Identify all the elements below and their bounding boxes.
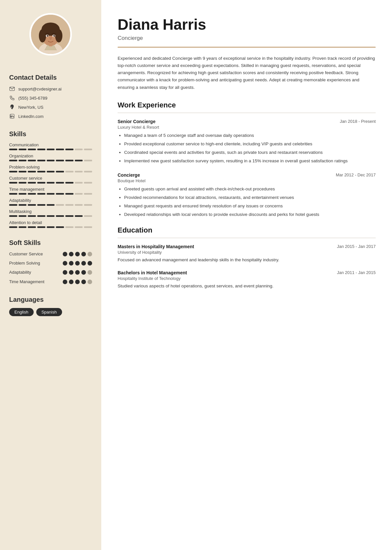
education-divider	[118, 238, 376, 238]
skill-bar-segment	[37, 160, 45, 161]
skill-bar-segment	[47, 215, 55, 217]
skill-bar-segment	[47, 182, 55, 184]
skill-bar-segment	[19, 171, 27, 172]
skill-bar-segment	[75, 160, 83, 161]
edu-header: Bachelors in Hotel ManagementJan 2011 - …	[118, 270, 376, 275]
skill-bar-segment	[28, 149, 36, 150]
skill-dot	[81, 270, 86, 275]
skill-dot	[81, 261, 86, 266]
contact-icon-location	[9, 104, 15, 110]
skill-dot	[63, 252, 67, 256]
skill-bar-segment	[28, 204, 36, 206]
skill-bar	[9, 182, 92, 184]
svg-rect-16	[10, 116, 11, 118]
skill-bar-segment	[47, 149, 55, 150]
skill-dot	[81, 252, 86, 256]
svg-point-11	[53, 35, 55, 37]
edu-degree: Masters in Hospitality Management	[118, 244, 194, 249]
svg-rect-7	[41, 28, 59, 32]
skill-dot	[88, 252, 92, 256]
contact-item: NewYork, US	[9, 104, 61, 110]
main-content: Diana Harris Concierge Experienced and d…	[101, 0, 392, 550]
skill-bar-segment	[37, 215, 45, 217]
skill-bar-segment	[84, 171, 92, 172]
skill-bar-segment	[19, 182, 27, 184]
skill-item: Multitasking	[9, 209, 92, 217]
skill-item: Communication	[9, 142, 92, 150]
svg-point-10	[47, 35, 49, 37]
skill-bar-segment	[75, 226, 83, 228]
edu-date: Jan 2015 - Jan 2017	[337, 244, 376, 249]
edu-description: Studied various aspects of hotel operati…	[118, 283, 376, 290]
skill-item: Time management	[9, 187, 92, 195]
skill-dot	[63, 280, 67, 284]
lang-tags: EnglishSpanish	[9, 308, 62, 316]
job-bullet: Developed relationships with local vendo…	[124, 211, 376, 218]
skill-name: Organization	[9, 154, 92, 158]
skill-bar-segment	[65, 215, 74, 217]
skill-bar	[9, 215, 92, 217]
contact-text: support@cvdesigner.ai	[18, 87, 61, 91]
header-divider	[118, 47, 376, 48]
contact-section-title: Contact Details	[9, 74, 57, 81]
soft-skill-item: Adaptability	[9, 269, 92, 275]
skill-bar-segment	[56, 226, 64, 228]
edu-date: Jan 2011 - Jan 2015	[337, 270, 376, 275]
edu-header: Masters in Hospitality ManagementJan 201…	[118, 244, 376, 249]
skill-bar	[9, 171, 92, 172]
job-bullet: Implemented new guest satisfaction surve…	[124, 158, 376, 165]
skills-list: CommunicationOrganizationProblem-solving…	[9, 142, 92, 231]
skill-bar	[9, 193, 92, 195]
work-experience-heading: Work Experience	[118, 101, 376, 109]
avatar-container	[9, 13, 92, 56]
skill-bar	[9, 204, 92, 206]
soft-skill-item: Time Management	[9, 279, 92, 285]
summary-text: Experienced and dedicated Concierge with…	[118, 55, 376, 91]
skill-item: Problem-solving	[9, 165, 92, 172]
skill-bar-segment	[75, 149, 83, 150]
skill-bar-segment	[65, 149, 74, 150]
dot-container	[63, 280, 92, 284]
skill-bar-segment	[37, 171, 45, 172]
skill-bar-segment	[47, 160, 55, 161]
edu-block: Masters in Hospitality ManagementJan 201…	[118, 244, 376, 264]
skill-dot	[63, 261, 67, 266]
skill-bar-segment	[28, 160, 36, 161]
soft-skill-name: Time Management	[9, 279, 45, 285]
skill-bar-segment	[9, 215, 17, 217]
job-block: Senior ConciergeJan 2018 - PresentLuxury…	[118, 119, 376, 165]
job-bullet: Provided recommendations for local attra…	[124, 194, 376, 201]
skill-bar-segment	[56, 215, 64, 217]
skill-dot	[69, 270, 74, 275]
skill-bar-segment	[65, 204, 74, 206]
job-title: Senior Concierge	[118, 119, 155, 124]
contact-icon-phone	[9, 95, 15, 101]
skill-bar-segment	[47, 171, 55, 172]
job-bullet: Greeted guests upon arrival and assisted…	[124, 186, 376, 193]
languages-section-title: Languages	[9, 296, 44, 303]
edu-school: University of Hospitality	[118, 250, 376, 255]
job-header: Senior ConciergeJan 2018 - Present	[118, 119, 376, 124]
skill-bar-segment	[56, 182, 64, 184]
skill-dot	[88, 280, 92, 284]
skill-bar-segment	[9, 226, 17, 228]
contact-item: LinkedIn.com	[9, 113, 61, 119]
job-title: Concierge	[118, 172, 140, 178]
soft-skill-item: Problem Solving	[9, 260, 92, 266]
job-date: Mar 2012 - Dec 2017	[336, 172, 376, 177]
job-bullets: Greeted guests upon arrival and assisted…	[118, 186, 376, 218]
soft-skill-name: Adaptability	[9, 269, 45, 275]
sidebar: Contact Details support@cvdesigner.ai(55…	[0, 0, 101, 550]
dot-container	[63, 270, 92, 275]
education-heading: Education	[118, 226, 376, 235]
skill-item: Customer service	[9, 176, 92, 184]
skill-bar-segment	[47, 204, 55, 206]
contact-list: support@cvdesigner.ai(555) 345-6789NewYo…	[9, 86, 61, 122]
svg-point-13	[54, 35, 55, 36]
svg-point-12	[48, 35, 48, 36]
skill-dot	[75, 270, 80, 275]
edu-block: Bachelors in Hotel ManagementJan 2011 - …	[118, 270, 376, 290]
jobs-list: Senior ConciergeJan 2018 - PresentLuxury…	[118, 119, 376, 218]
skills-section-title: Skills	[9, 130, 26, 138]
skill-bar-segment	[56, 204, 64, 206]
